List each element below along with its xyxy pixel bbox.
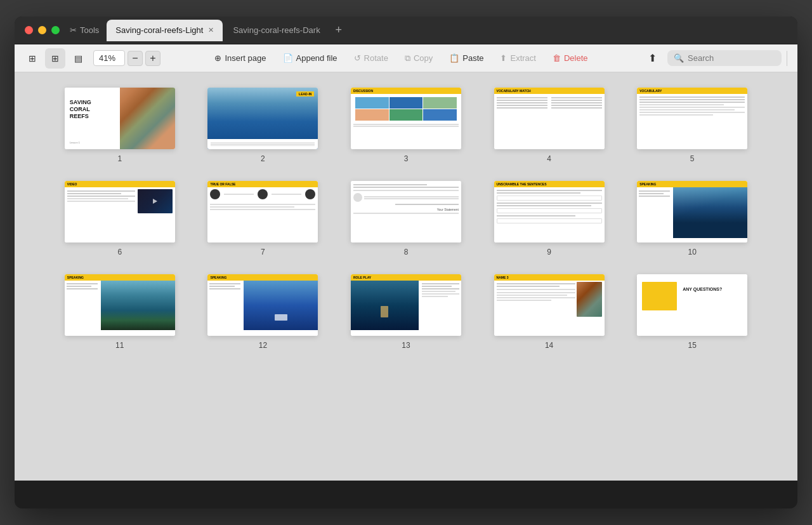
tab-light-close[interactable]: ✕ xyxy=(208,26,214,34)
page-number-12: 12 xyxy=(259,341,267,350)
page4-content: VOCABULARY MATCH xyxy=(494,88,605,149)
zoom-in-button[interactable]: + xyxy=(145,51,160,66)
page13-content: ROLE PLAY xyxy=(351,274,461,336)
page-item-9[interactable]: UNSCRAMBLE THE SENTENCES 9 xyxy=(487,181,612,256)
page10-header: SPEAKING xyxy=(637,181,747,187)
page-item-8[interactable]: Your Statement 8 xyxy=(343,181,469,256)
page8-content: Your Statement xyxy=(351,181,461,243)
rotate-label: Rotate xyxy=(364,53,388,63)
page5-content: VOCABULARY xyxy=(637,88,747,149)
page9-content: UNSCRAMBLE THE SENTENCES xyxy=(494,181,605,243)
page7-body xyxy=(207,187,318,201)
page1-footer: Lesson 1 xyxy=(70,141,80,144)
append-file-button[interactable]: 📄 Append file xyxy=(275,50,345,66)
page13-header: ROLE PLAY xyxy=(351,274,461,281)
search-box[interactable]: 🔍 xyxy=(667,50,782,66)
page-number-1: 1 xyxy=(117,154,122,163)
page-thumbnail-7: TRUE OR FALSE xyxy=(207,181,318,243)
page6-header: VIDEO xyxy=(65,181,175,187)
page13-body xyxy=(351,281,461,330)
copy-icon: ⧉ xyxy=(405,53,410,63)
tools-label: Tools xyxy=(80,25,99,35)
add-tab-button[interactable]: + xyxy=(331,22,347,39)
maximize-button[interactable] xyxy=(51,26,60,34)
page-item-4[interactable]: VOCABULARY MATCH xyxy=(487,88,612,163)
zoom-out-button[interactable]: − xyxy=(128,51,143,66)
page4-header: VOCABULARY MATCH xyxy=(494,88,605,94)
page-item-11[interactable]: SPEAKING 11 xyxy=(57,274,183,350)
grid-view-button[interactable]: ⊞ xyxy=(45,48,65,69)
tools-menu[interactable]: ✂ Tools xyxy=(70,25,99,35)
page8-body: Your Statement xyxy=(351,181,461,217)
page-thumbnail-11: SPEAKING xyxy=(65,274,175,336)
page-item-15[interactable]: ANY QUESTIONS? 15 xyxy=(629,274,755,350)
append-file-label: Append file xyxy=(296,53,337,63)
page3-lines xyxy=(353,124,459,127)
rotate-button[interactable]: ↺ Rotate xyxy=(346,50,396,66)
page5-header: VOCABULARY xyxy=(637,88,747,94)
page-item-10[interactable]: SPEAKING 10 xyxy=(629,181,755,256)
extract-label: Extract xyxy=(510,53,535,63)
paste-button[interactable]: 📋 Paste xyxy=(442,50,491,66)
page3-content: DISCUSSION xyxy=(351,88,461,149)
sidebar-toggle-icon: ⊞ xyxy=(29,53,36,63)
extract-button[interactable]: ⬆ Extract xyxy=(492,50,543,66)
page-actions: ⊕ Insert page 📄 Append file ↺ Rotate ⧉ C… xyxy=(163,50,639,67)
page3-grid xyxy=(353,95,459,123)
page-number-3: 3 xyxy=(404,154,409,163)
minimize-button[interactable] xyxy=(38,26,46,34)
copy-button[interactable]: ⧉ Copy xyxy=(397,50,440,67)
search-icon: 🔍 xyxy=(674,53,684,63)
grid-view-icon: ⊞ xyxy=(51,53,59,63)
page-item-13[interactable]: ROLE PLAY xyxy=(343,274,469,350)
view-controls: ⊞ ⊞ ▤ 41% − + xyxy=(22,48,160,69)
page-thumbnail-5: VOCABULARY xyxy=(637,88,747,149)
page-item-1[interactable]: SAVINGCORALREEFS Lesson 1 1 xyxy=(57,88,183,163)
page14-header: NAME 3 xyxy=(494,274,605,281)
page12-content: SPEAKING xyxy=(207,274,318,336)
page6-body xyxy=(65,187,175,215)
page2-tag: LEAD-IN xyxy=(296,91,314,96)
page-number-13: 13 xyxy=(402,341,410,350)
page-number-15: 15 xyxy=(688,341,697,350)
search-input[interactable] xyxy=(688,53,775,63)
insert-page-button[interactable]: ⊕ Insert page xyxy=(207,50,273,66)
page-item-3[interactable]: DISCUSSION xyxy=(343,88,469,163)
page14-body xyxy=(494,281,605,318)
page-number-9: 9 xyxy=(547,248,551,256)
zoom-display[interactable]: 41% xyxy=(93,50,125,66)
page-item-14[interactable]: NAME 3 xyxy=(487,274,612,350)
page-thumbnail-8: Your Statement xyxy=(351,181,461,243)
delete-label: Delete xyxy=(564,53,588,63)
page-number-11: 11 xyxy=(115,341,124,350)
page11-body xyxy=(65,281,175,330)
single-view-button[interactable]: ▤ xyxy=(68,48,88,69)
page12-header: SPEAKING xyxy=(207,274,318,281)
page-number-7: 7 xyxy=(261,248,265,256)
tab-light-label: Saving-coral-reefs-Light xyxy=(115,25,203,35)
delete-button[interactable]: 🗑 Delete xyxy=(545,50,596,66)
extract-icon: ⬆ xyxy=(500,53,507,63)
page-number-14: 14 xyxy=(545,341,553,350)
page2-content: LEAD-IN xyxy=(207,88,318,149)
page15-content: ANY QUESTIONS? xyxy=(637,274,747,336)
tab-dark[interactable]: Saving-coral-reefs-Dark xyxy=(224,20,329,41)
page12-body xyxy=(207,281,318,330)
page-item-6[interactable]: VIDEO xyxy=(57,181,183,256)
page9-body xyxy=(494,187,605,227)
page-thumbnail-2: LEAD-IN xyxy=(207,88,318,149)
rotate-icon: ↺ xyxy=(354,53,361,63)
page-item-5[interactable]: VOCABULARY 5 xyxy=(629,88,755,163)
page-item-2[interactable]: LEAD-IN 2 xyxy=(200,88,326,163)
share-button[interactable]: ⬆ xyxy=(642,48,662,69)
single-view-icon: ▤ xyxy=(74,53,82,63)
close-button[interactable] xyxy=(25,26,33,34)
tab-light[interactable]: Saving-coral-reefs-Light ✕ xyxy=(107,20,223,41)
page11-header: SPEAKING xyxy=(65,274,175,281)
page-thumbnail-14: NAME 3 xyxy=(494,274,605,336)
page-item-7[interactable]: TRUE OR FALSE xyxy=(200,181,326,256)
insert-page-icon: ⊕ xyxy=(214,53,221,63)
sidebar-toggle-button[interactable]: ⊞ xyxy=(22,48,43,69)
page-number-6: 6 xyxy=(117,248,122,256)
page-item-12[interactable]: SPEAKING 12 xyxy=(200,274,326,350)
